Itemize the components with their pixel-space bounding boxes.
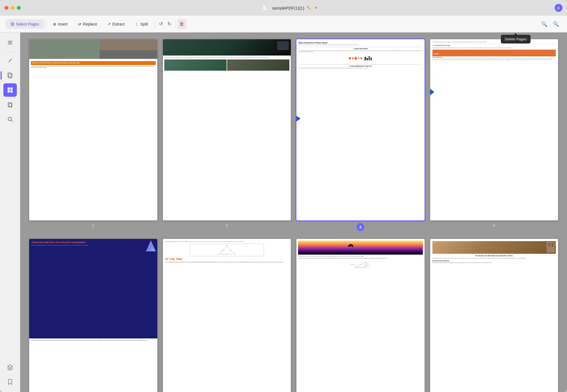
- prism-icon: [146, 240, 156, 253]
- select-pages-label: Select Pages: [16, 22, 39, 26]
- page8-section-title: Possible Physical Effects: [432, 260, 556, 262]
- page3-title: Basic Elements of Plane Space: [299, 41, 422, 44]
- insert-button[interactable]: ⊕ Insert: [48, 20, 73, 29]
- page8-cat-img: [432, 241, 556, 254]
- triangle-diagram: A M M B C φ β β: [190, 244, 264, 256]
- page7-content: This experiment can be repeated over and…: [296, 239, 425, 392]
- edit-title-button[interactable]: ✏️: [306, 6, 311, 10]
- page7-text1: This experiment can be repeated over and…: [298, 256, 423, 257]
- pages-icon: [7, 72, 13, 79]
- extract-label: Extract: [112, 22, 125, 26]
- svg-rect-6: [10, 87, 13, 90]
- svg-text:M: M: [222, 250, 223, 251]
- pages-container[interactable]: 1 Building environment information model…: [20, 33, 567, 392]
- page1-title: Building environment information modelin…: [32, 62, 155, 64]
- main-area: 1 Building environment information model…: [0, 33, 567, 392]
- page5-founder-text: The founder of classical mechanics died …: [31, 245, 155, 246]
- svg-point-11: [8, 117, 11, 121]
- page3-section1-title: 1. KNOW THE POINTS: [299, 47, 422, 50]
- sidebar-btn-brush[interactable]: [3, 54, 17, 68]
- svg-line-32: [366, 262, 370, 264]
- page-thumb-6[interactable]: These studies laid the foundation for th…: [163, 239, 291, 392]
- toolbar-right: 🔍 🔍: [539, 19, 561, 29]
- extract-button[interactable]: ↗ Extract: [102, 20, 130, 29]
- page2-img-2: [227, 59, 289, 71]
- toolbar-divider-2: [155, 20, 155, 28]
- app-window: 📄 samplePDF(1)(1) ✏️ + C ⊞ Select Pages …: [0, 0, 567, 392]
- svg-text:n₂: n₂: [363, 264, 364, 266]
- page3-content: Basic Elements of Plane Space Any art co…: [296, 39, 425, 220]
- thumbnails-icon: [7, 87, 13, 93]
- page-item-7: This experiment can be repeated over and…: [296, 239, 425, 392]
- svg-rect-5: [8, 87, 10, 90]
- page-item-2: 2 The practical results show that throug…: [163, 39, 291, 231]
- pages-grid: 1 Building environment information model…: [29, 39, 558, 392]
- split-button[interactable]: ⋮ Split: [130, 20, 153, 29]
- page4-section-num: 3. THE COMPOSITION OF POINTS: [432, 44, 556, 46]
- replace-button[interactable]: ⇄ Replace: [73, 20, 102, 29]
- maximize-button[interactable]: [17, 6, 21, 10]
- new-tab-button[interactable]: +: [315, 5, 318, 11]
- page3-section1-text: Point, the interpretation of 'Ci Hai' is…: [299, 50, 422, 52]
- page3-section2-title: 2. THE EXPRESSION OF THE DOT: [299, 64, 422, 67]
- rotate-left-button[interactable]: ↺: [157, 19, 165, 29]
- page-item-6: These studies laid the foundation for th…: [163, 239, 291, 392]
- sidebar-btn-bookmark[interactable]: [3, 375, 17, 389]
- page-item-1: 1 Building environment information model…: [29, 39, 157, 231]
- arrow-indicator-2: [430, 84, 434, 100]
- rotate-right-button[interactable]: ↻: [165, 19, 174, 29]
- sidebar-btn-copy[interactable]: [3, 98, 17, 111]
- svg-text:A: A: [226, 245, 227, 246]
- sidebar-btn-search[interactable]: [3, 112, 17, 126]
- page-thumb-2[interactable]: 2 The practical results show that throug…: [163, 39, 291, 220]
- minimize-button[interactable]: [11, 6, 15, 10]
- page2-img-1: [164, 59, 227, 71]
- sidebar-btn-menu[interactable]: [3, 36, 17, 49]
- page-thumb-5[interactable]: PRISM DECOMPOSITI ON SUNLIGHT EXPERIMENT: [29, 239, 157, 392]
- svg-rect-1: [8, 42, 12, 43]
- page2-text: The practical results show that through …: [164, 57, 290, 59]
- svg-rect-7: [8, 90, 10, 93]
- sidebar-btn-layers[interactable]: [3, 361, 17, 374]
- avatar: C: [555, 4, 563, 12]
- page6-diagram: A M M B C φ β β: [190, 244, 264, 256]
- page5-header: PRISM DECOMPOSITI ON SUNLIGHT EXPERIMENT: [29, 239, 157, 338]
- page5-body: Newton graduated from Trinity College, C…: [29, 338, 157, 342]
- svg-text:C: C: [234, 254, 235, 255]
- svg-text:β: β: [224, 250, 225, 251]
- page-thumb-3[interactable]: Basic Elements of Plane Space Any art co…: [296, 39, 425, 220]
- svg-rect-2: [8, 44, 12, 44]
- page-thumb-4[interactable]: Points also have dominant and recessive …: [430, 39, 558, 220]
- page-item-3: Basic Elements of Plane Space Any art co…: [296, 39, 425, 231]
- svg-rect-0: [8, 41, 12, 41]
- toolbar-divider-1: [46, 20, 46, 28]
- page2-bottom-imgs: [164, 59, 290, 71]
- document-icon[interactable]: 📄: [260, 3, 270, 13]
- toolbar-divider-3: [175, 20, 176, 28]
- page8-content: The Health and Mind-Boosting Benefits of…: [430, 239, 558, 392]
- page-item-5: PRISM DECOMPOSITI ON SUNLIGHT EXPERIMENT: [29, 239, 157, 392]
- toolbar: ⊞ Select Pages ⊕ Insert ⇄ Replace ↗ Extr…: [0, 16, 567, 33]
- svg-text:n₁: n₁: [356, 264, 357, 266]
- delete-pages-tooltip: Delete Pages: [501, 35, 531, 43]
- traffic-lights: [4, 6, 21, 10]
- page3-intro: Any art contains its own language, and t…: [299, 45, 422, 46]
- copy-icon: [7, 102, 13, 108]
- page-thumb-1[interactable]: 1 Building environment information model…: [29, 39, 157, 220]
- page4-string-header: String: [432, 50, 556, 56]
- insert-icon: ⊕: [53, 22, 56, 26]
- page-thumb-7[interactable]: This experiment can be repeated over and…: [296, 239, 425, 392]
- page6-content: These studies laid the foundation for th…: [163, 239, 291, 392]
- zoom-out-button[interactable]: 🔍: [539, 19, 550, 29]
- page8-intro-text: Nothing compares to the joy of coming ho…: [432, 258, 556, 259]
- page-thumb-8[interactable]: The Health and Mind-Boosting Benefits of…: [430, 239, 558, 392]
- delete-pages-button[interactable]: 🗑: [177, 19, 186, 29]
- page-label-4: 4: [493, 223, 495, 228]
- sidebar-btn-thumbnails[interactable]: [3, 83, 17, 97]
- close-button[interactable]: [4, 6, 8, 10]
- page-item-8: The Health and Mind-Boosting Benefits of…: [430, 239, 558, 392]
- sidebar-btn-pages[interactable]: [3, 69, 17, 82]
- dispersion-diagram: n₁ n₂: [349, 260, 372, 269]
- zoom-in-button[interactable]: 🔍: [551, 19, 561, 29]
- select-pages-button[interactable]: ⊞ Select Pages: [6, 19, 44, 29]
